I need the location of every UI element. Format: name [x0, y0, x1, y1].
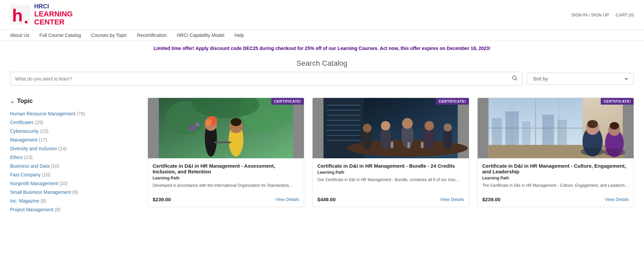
- course-footer-3: $239.00 View Details: [478, 193, 634, 207]
- course-price-3: $239.00: [482, 197, 500, 202]
- cert-badge-3: CERTIFICATE!: [601, 98, 634, 105]
- svg-rect-26: [327, 130, 361, 131]
- sidebar-item-management[interactable]: Management (17): [10, 135, 138, 144]
- sidebar-topic-header: ⌄ Topic: [10, 98, 138, 105]
- search-icon: [512, 75, 518, 81]
- sidebar-item-certificates[interactable]: Certificates (29): [10, 118, 138, 127]
- svg-point-37: [425, 121, 434, 130]
- svg-point-9: [190, 125, 195, 131]
- course-title-1: Certificate in D&I in HR Management - As…: [153, 163, 299, 174]
- search-input[interactable]: [15, 76, 512, 81]
- svg-rect-27: [327, 135, 361, 136]
- svg-point-33: [381, 121, 390, 130]
- sidebar-item-inc-magazine[interactable]: Inc. Magazine (8): [10, 197, 138, 205]
- svg-point-17: [231, 118, 241, 126]
- view-details-link-3[interactable]: View Details: [605, 197, 629, 202]
- course-image-svg-3: [478, 98, 634, 158]
- hrci-logo-icon: h: [10, 5, 30, 25]
- logo-hrci-label: HRCI: [34, 3, 73, 10]
- course-image-2: CERTIFICATE!: [313, 98, 469, 158]
- search-title: Search Catalog: [10, 59, 634, 68]
- chevron-down-icon[interactable]: ⌄: [10, 98, 14, 104]
- svg-point-60: [609, 122, 619, 129]
- course-body-1: Certificate in D&I in HR Management - As…: [148, 158, 304, 193]
- course-desc-2: Our Certificate in D&I in HR Management …: [317, 177, 464, 188]
- svg-point-61: [581, 148, 604, 156]
- svg-rect-22: [327, 110, 361, 111]
- svg-line-4: [516, 79, 517, 80]
- sidebar-item-fast-company[interactable]: Fast Company (10): [10, 170, 138, 179]
- sidebar: ⌄ Topic Human Resource Management (78) C…: [10, 91, 138, 217]
- view-details-link-1[interactable]: View Details: [275, 197, 299, 202]
- nav-hrci-capability-model[interactable]: HRCI Capability Model: [177, 33, 224, 38]
- course-image-svg-2: [313, 98, 469, 158]
- course-type-1: Learning Path: [153, 176, 299, 180]
- course-price-2: $449.00: [317, 197, 335, 202]
- site-header: h HRCI LEARNING CENTER SIGN IN / SIGN UP…: [0, 0, 644, 30]
- svg-text:h: h: [12, 6, 23, 25]
- course-card-1: CERTIFICATE! Certificate in D&I in HR Ma…: [148, 98, 304, 207]
- view-details-link-2[interactable]: View Details: [440, 197, 464, 202]
- sidebar-topic-label: Topic: [17, 98, 33, 105]
- svg-point-31: [363, 124, 372, 132]
- main-nav: About Us Full Course Catalog Courses by …: [0, 30, 644, 41]
- sidebar-item-cybersecurity[interactable]: Cybersecurity (23): [10, 127, 138, 135]
- svg-point-35: [402, 118, 413, 129]
- course-image-svg-1: [148, 98, 304, 158]
- svg-point-57: [587, 120, 598, 128]
- nav-about-us[interactable]: About Us: [10, 33, 30, 38]
- nav-courses-by-topic[interactable]: Courses by Topic: [91, 33, 127, 38]
- svg-point-10: [196, 123, 200, 127]
- sidebar-item-human-resource[interactable]: Human Resource Management (78): [10, 109, 138, 118]
- svg-rect-41: [408, 142, 410, 148]
- cert-badge-1: CERTIFICATE!: [271, 98, 304, 105]
- header-right: SIGN IN / SIGN UP CART (0): [571, 12, 634, 17]
- course-grid: CERTIFICATE! Certificate in D&I in HR Ma…: [148, 91, 634, 217]
- svg-rect-24: [327, 120, 361, 121]
- course-body-2: Certificate in D&I in HR Management - Bu…: [313, 158, 469, 193]
- course-footer-2: $449.00 View Details: [313, 193, 469, 207]
- svg-point-62: [603, 149, 625, 156]
- course-price-1: $239.00: [153, 197, 171, 202]
- course-title-2: Certificate in D&I in HR Management - Bu…: [317, 163, 464, 169]
- logo-center-label: CENTER: [34, 18, 73, 26]
- svg-rect-23: [327, 115, 361, 116]
- course-footer-1: $239.00 View Details: [148, 193, 304, 207]
- svg-point-14: [205, 119, 212, 125]
- promo-banner: Limited time offer! Apply discount code …: [0, 41, 644, 56]
- course-type-2: Learning Path: [317, 170, 464, 175]
- svg-point-3: [513, 76, 516, 79]
- search-bar-row: Sort by Title A-Z Title Z-A Price Low-Hi…: [10, 72, 634, 86]
- course-desc-1: Developed in accordance with the Interna…: [153, 182, 299, 188]
- sign-in-link[interactable]: SIGN IN / SIGN UP: [571, 12, 609, 17]
- search-button[interactable]: [512, 75, 518, 82]
- svg-rect-18: [214, 142, 231, 143]
- cart-link[interactable]: CART (0): [616, 12, 634, 17]
- svg-rect-25: [327, 125, 361, 126]
- sidebar-item-small-business[interactable]: Small Business Management (9): [10, 188, 138, 197]
- course-desc-3: The Certificate in D&I in HR Management …: [482, 182, 629, 188]
- nav-full-course-catalog[interactable]: Full Course Catalog: [40, 33, 81, 38]
- search-section: Search Catalog Sort by Title A-Z Title Z…: [0, 56, 644, 91]
- sidebar-item-diversity[interactable]: Diversity and Inclusion (14): [10, 144, 138, 153]
- svg-rect-42: [421, 142, 424, 148]
- sidebar-item-business-data[interactable]: Business and Data (10): [10, 162, 138, 170]
- nav-help[interactable]: Help: [234, 33, 244, 38]
- course-card-2: CERTIFICATE! Certificate in D&I in HR Ma…: [312, 98, 469, 207]
- search-input-wrap: [10, 72, 523, 86]
- svg-rect-28: [327, 140, 361, 141]
- sidebar-item-ethics[interactable]: Ethics (13): [10, 153, 138, 162]
- svg-rect-40: [391, 142, 393, 148]
- course-title-3: Certificate in D&I in HR Management - Cu…: [482, 163, 629, 174]
- course-image-1: CERTIFICATE!: [148, 98, 304, 158]
- logo-area: h HRCI LEARNING CENTER: [10, 3, 73, 26]
- sort-by-select[interactable]: Sort by Title A-Z Title Z-A Price Low-Hi…: [532, 76, 629, 82]
- svg-rect-21: [327, 105, 361, 106]
- sidebar-item-nonprofit[interactable]: Nonprofit Management (10): [10, 179, 138, 188]
- course-type-3: Learning Path: [482, 176, 629, 180]
- cert-badge-2: CERTIFICATE!: [436, 98, 469, 105]
- sort-by-wrap: Sort by Title A-Z Title Z-A Price Low-Hi…: [527, 73, 634, 85]
- course-image-3: CERTIFICATE!: [478, 98, 634, 158]
- sidebar-item-project-management[interactable]: Project Management (8): [10, 205, 138, 214]
- nav-recertification[interactable]: Recertification: [137, 33, 167, 38]
